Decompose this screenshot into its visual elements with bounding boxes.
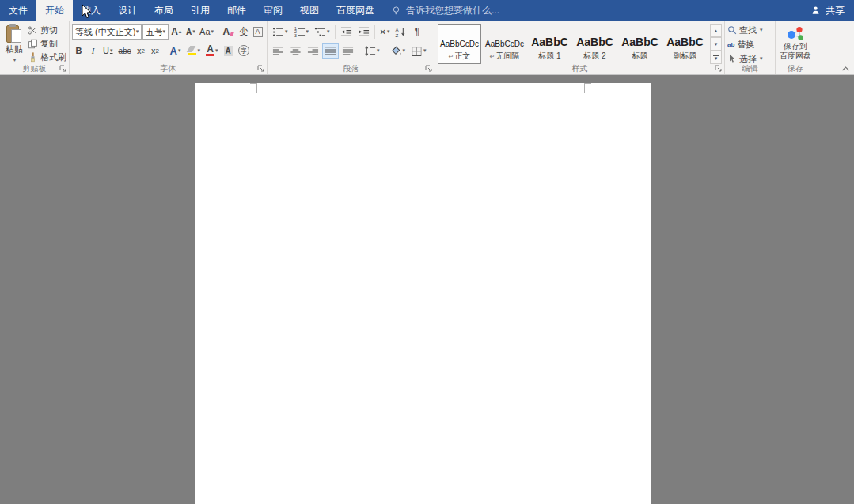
asian-layout-button[interactable]: ✕▾ [378, 24, 393, 40]
cut-button[interactable]: 剪切 [28, 24, 66, 36]
character-border-glyph: A [253, 27, 263, 37]
change-case-glyph: Aa [199, 27, 210, 36]
underline-button[interactable]: U▾ [101, 43, 115, 59]
font-name-combo[interactable]: 等线 (中文正文) ▾ [72, 24, 142, 40]
enclose-characters-glyph: 字 [238, 45, 249, 56]
increase-indent-button[interactable] [355, 24, 372, 40]
style-title[interactable]: AaBbC 标题 [618, 24, 662, 64]
copy-button[interactable]: 复制 [28, 37, 66, 50]
paragraph-dialog-launcher-icon[interactable] [425, 65, 433, 73]
format-painter-button[interactable]: 格式刷 [28, 51, 66, 63]
sort-button[interactable]: A Z [393, 24, 409, 40]
style-normal[interactable]: AaBbCcDc ↵正文 [438, 24, 481, 64]
character-shading-button[interactable]: A [222, 43, 235, 59]
show-hide-marks-button[interactable]: ¶ [410, 24, 423, 40]
font-size-value: 五号 [146, 26, 161, 38]
phonetic-guide-button[interactable]: 变 [237, 24, 250, 40]
tab-view[interactable]: 视图 [291, 0, 328, 21]
text-effects-button[interactable]: A▾ [168, 43, 184, 59]
style-preview: AaBbC [576, 36, 613, 48]
tab-home[interactable]: 开始 [36, 0, 73, 21]
phonetic-guide-glyph: 变 [239, 25, 249, 39]
underline-glyph: U [103, 46, 109, 55]
clear-formatting-button[interactable]: A [221, 24, 236, 40]
grow-font-button[interactable]: A▴ [169, 24, 183, 40]
character-border-button[interactable]: A [251, 24, 264, 40]
styles-gallery-scrollbar: ▴ ▾ ▾ [710, 24, 722, 64]
share-button[interactable]: 共享 [802, 0, 854, 21]
format-painter-label: 格式刷 [40, 51, 66, 63]
style-heading-2[interactable]: AaBbC 标题 2 [573, 24, 617, 64]
tab-mailings[interactable]: 邮件 [218, 0, 255, 21]
document-page[interactable] [195, 83, 651, 504]
style-no-spacing[interactable]: AaBbCcDc ↵无间隔 [483, 24, 526, 64]
paragraph-mark-icon: ↵ [449, 53, 454, 60]
find-button[interactable]: 查找 ▾ [727, 24, 772, 36]
superscript-button[interactable]: x2 [149, 43, 162, 59]
replace-label: 替换 [737, 39, 754, 51]
style-heading-1[interactable]: AaBbC 标题 1 [528, 24, 571, 64]
save-to-baidu-button[interactable]: 保存到 百度网盘 [778, 24, 813, 61]
styles-group-label: 样式 [435, 63, 724, 74]
styles-scroll-down-button[interactable]: ▾ [710, 37, 722, 51]
collapse-ribbon-icon[interactable] [841, 66, 850, 72]
bold-button[interactable]: B [72, 43, 85, 59]
style-subtitle[interactable]: AaBbC 副标题 [663, 24, 707, 64]
text-effects-glyph: A [170, 45, 177, 57]
style-preview: AaBbCcDc [440, 40, 479, 48]
change-case-button[interactable]: Aa▾ [198, 24, 214, 40]
font-size-dropdown-arrow: ▾ [163, 28, 166, 35]
styles-dialog-launcher-icon[interactable] [715, 65, 723, 73]
multilevel-list-button[interactable]: ▾ [312, 24, 332, 40]
style-name: 正文 [454, 51, 470, 60]
document-area [0, 75, 854, 504]
style-name: 标题 2 [583, 51, 605, 62]
tab-baidu-netdisk[interactable]: 百度网盘 [328, 0, 383, 21]
clipboard-dialog-launcher-icon[interactable] [59, 65, 67, 73]
paragraph-group-label: 段落 [268, 63, 435, 74]
clipboard-group-label: 剪贴板 [0, 63, 69, 74]
tab-layout[interactable]: 布局 [146, 0, 182, 21]
paste-button[interactable]: 粘贴 ▾ [2, 24, 26, 63]
paragraph-group: ▾ 1 2 3 ▾ [268, 21, 435, 74]
clipboard-group: 粘贴 ▾ 剪切 [0, 21, 70, 74]
shrink-font-button[interactable]: A▾ [184, 24, 197, 40]
subscript-button[interactable]: x2 [135, 43, 148, 59]
tell-me-box[interactable]: 告诉我您想要做什么... [391, 0, 499, 21]
font-color-button[interactable]: A ▾ [203, 43, 221, 59]
replace-button[interactable]: ab 替换 [727, 38, 772, 51]
tab-insert[interactable]: 插入 [73, 0, 109, 21]
align-center-button[interactable] [287, 43, 304, 59]
shading-button[interactable]: ▾ [388, 43, 408, 59]
lightbulb-icon [391, 6, 401, 16]
font-dialog-launcher-icon[interactable] [257, 65, 265, 73]
font-color-glyph: A [207, 45, 214, 54]
enclose-characters-button[interactable]: 字 [236, 43, 252, 59]
share-label: 共享 [826, 4, 845, 17]
styles-more-button[interactable]: ▾ [710, 51, 722, 64]
highlight-button[interactable]: ▾ [184, 43, 203, 59]
justify-button[interactable] [322, 43, 339, 59]
save-group-label: 保存 [776, 63, 815, 74]
replace-icon: ab [727, 41, 734, 48]
tab-review[interactable]: 审阅 [255, 0, 291, 21]
tab-design[interactable]: 设计 [109, 0, 146, 21]
font-size-combo[interactable]: 五号 ▾ [142, 24, 169, 40]
italic-button[interactable]: I [86, 43, 100, 59]
save-to-baidu-line2: 百度网盘 [780, 51, 811, 61]
eraser-icon [230, 32, 234, 36]
borders-button[interactable]: ▾ [408, 43, 429, 59]
distribute-text-button[interactable] [340, 43, 356, 59]
font-group: 等线 (中文正文) ▾ 五号 ▾ A▴ A▾ Aa▾ [70, 21, 268, 74]
decrease-indent-button[interactable] [338, 24, 355, 40]
tab-references[interactable]: 引用 [182, 0, 218, 21]
styles-scroll-up-button[interactable]: ▴ [710, 24, 722, 37]
bullets-button[interactable]: ▾ [270, 24, 290, 40]
tab-file[interactable]: 文件 [0, 0, 36, 21]
numbering-button[interactable]: 1 2 3 ▾ [291, 24, 312, 40]
superscript-small: 2 [156, 47, 159, 55]
align-left-button[interactable] [270, 43, 287, 59]
strikethrough-button[interactable]: abc [116, 43, 133, 59]
align-right-button[interactable] [305, 43, 321, 59]
line-spacing-button[interactable]: ▾ [362, 43, 382, 59]
